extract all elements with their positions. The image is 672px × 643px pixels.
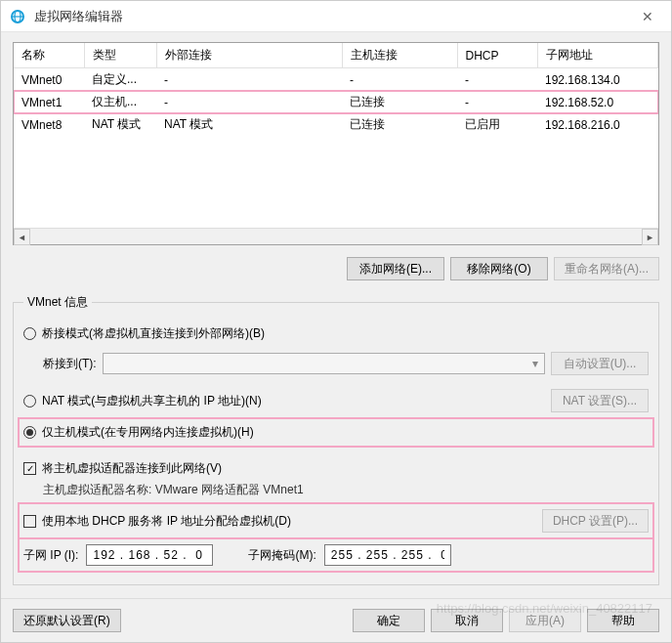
cell-ext: - [156, 91, 342, 113]
cell-ext: NAT 模式 [156, 113, 342, 136]
cell-ext: - [156, 68, 342, 92]
window: 虚拟网络编辑器 ✕ 名称 类型 外部连接 主机连接 DHCP 子网地址 VMne… [0, 0, 672, 643]
vmnet-info-fieldset: VMnet 信息 桥接模式(将虚拟机直接连接到外部网络)(B) 桥接到(T): … [13, 294, 659, 585]
rename-network-button[interactable]: 重命名网络(A)... [554, 257, 659, 280]
subnet-row: 子网 IP (I): 子网掩码(M): [20, 539, 652, 571]
cell-name: VMnet0 [14, 68, 84, 92]
fieldset-legend: VMnet 信息 [23, 294, 92, 311]
content: 名称 类型 外部连接 主机连接 DHCP 子网地址 VMnet0自定义...--… [1, 32, 671, 598]
remove-network-button[interactable]: 移除网络(O) [450, 257, 548, 280]
h-scrollbar[interactable]: ◄ ► [14, 228, 658, 244]
cell-host: - [342, 68, 457, 92]
restore-defaults-button[interactable]: 还原默认设置(R) [13, 609, 121, 632]
cell-type: NAT 模式 [84, 113, 156, 136]
table-row[interactable]: VMnet0自定义...---192.168.134.0 [14, 68, 658, 92]
subnet-ip-input[interactable] [86, 544, 213, 566]
nat-mode-label: NAT 模式(与虚拟机共享主机的 IP 地址)(N) [42, 393, 262, 409]
scroll-right-icon[interactable]: ► [642, 229, 658, 245]
hostonly-mode-label: 仅主机模式(在专用网络内连接虚拟机)(H) [42, 424, 254, 441]
adapter-name-text: 主机虚拟适配器名称: VMware 网络适配器 VMnet1 [23, 482, 649, 498]
dhcp-checkbox-label: 使用本地 DHCP 服务将 IP 地址分配给虚拟机(D) [42, 513, 291, 530]
cell-subnet: 192.168.216.0 [537, 113, 658, 136]
ok-button[interactable]: 确定 [353, 609, 425, 632]
cell-subnet: 192.168.52.0 [537, 91, 658, 113]
network-table: 名称 类型 外部连接 主机连接 DHCP 子网地址 VMnet0自定义...--… [13, 42, 659, 245]
dhcp-settings-button[interactable]: DHCP 设置(P)... [542, 509, 649, 533]
connect-host-label: 将主机虚拟适配器连接到此网络(V) [42, 460, 222, 477]
cell-type: 自定义... [84, 68, 156, 92]
cell-host: 已连接 [342, 113, 457, 136]
col-host[interactable]: 主机连接 [342, 43, 457, 68]
add-network-button[interactable]: 添加网络(E)... [347, 257, 444, 280]
col-subnet[interactable]: 子网地址 [537, 43, 658, 68]
bridge-to-label: 桥接到(T): [43, 356, 97, 372]
col-ext[interactable]: 外部连接 [156, 43, 342, 68]
app-icon [9, 8, 26, 25]
cancel-button[interactable]: 取消 [431, 609, 503, 632]
cell-name: VMnet1 [14, 91, 84, 113]
titlebar: 虚拟网络编辑器 ✕ [1, 1, 671, 32]
radio-icon [23, 395, 36, 407]
radio-icon [23, 426, 36, 439]
table-header-row: 名称 类型 外部连接 主机连接 DHCP 子网地址 [14, 43, 658, 68]
table-row[interactable]: VMnet1仅主机...-已连接-192.168.52.0 [14, 91, 658, 113]
radio-icon [23, 327, 36, 340]
bridge-mode-label: 桥接模式(将虚拟机直接连接到外部网络)(B) [42, 325, 265, 342]
cell-dhcp: 已启用 [457, 113, 537, 136]
subnet-mask-input[interactable] [324, 544, 451, 566]
table-row[interactable]: VMnet8NAT 模式NAT 模式已连接已启用192.168.216.0 [14, 113, 658, 136]
hostonly-mode-radio[interactable]: 仅主机模式(在专用网络内连接虚拟机)(H) [20, 419, 652, 446]
bottom-bar: 还原默认设置(R) 确定 取消 应用(A) 帮助 [1, 598, 671, 642]
bridge-mode-radio[interactable]: 桥接模式(将虚拟机直接连接到外部网络)(B) [23, 321, 649, 347]
cell-host: 已连接 [342, 91, 457, 113]
cell-name: VMnet8 [14, 113, 84, 136]
checkbox-icon [23, 462, 36, 475]
cell-type: 仅主机... [84, 91, 156, 113]
subnet-ip-label: 子网 IP (I): [23, 547, 78, 564]
col-dhcp[interactable]: DHCP [457, 43, 537, 68]
cell-subnet: 192.168.134.0 [537, 68, 658, 92]
help-button[interactable]: 帮助 [587, 609, 659, 632]
chevron-down-icon: ▾ [532, 357, 538, 370]
cell-dhcp: - [457, 68, 537, 92]
scroll-left-icon[interactable]: ◄ [14, 229, 30, 245]
cell-dhcp: - [457, 91, 537, 113]
subnet-mask-label: 子网掩码(M): [248, 547, 315, 564]
table-actions: 添加网络(E)... 移除网络(O) 重命名网络(A)... [13, 253, 659, 284]
bridge-to-row: 桥接到(T): ▾ 自动设置(U)... [23, 347, 649, 380]
col-type[interactable]: 类型 [84, 43, 156, 68]
connect-host-checkbox[interactable]: 将主机虚拟适配器连接到此网络(V) [23, 455, 649, 482]
close-icon[interactable]: ✕ [632, 1, 663, 32]
checkbox-icon [23, 515, 36, 528]
scroll-track[interactable] [30, 229, 642, 244]
auto-settings-button[interactable]: 自动设置(U)... [551, 352, 649, 375]
titlebar-title: 虚拟网络编辑器 [34, 8, 632, 25]
nat-settings-button[interactable]: NAT 设置(S)... [551, 389, 649, 412]
dhcp-checkbox-row[interactable]: 使用本地 DHCP 服务将 IP 地址分配给虚拟机(D) DHCP 设置(P).… [20, 504, 652, 537]
bridge-to-select[interactable]: ▾ [103, 353, 545, 374]
apply-button[interactable]: 应用(A) [509, 609, 581, 632]
col-name[interactable]: 名称 [14, 43, 84, 68]
nat-mode-radio[interactable]: NAT 模式(与虚拟机共享主机的 IP 地址)(N) NAT 设置(S)... [23, 384, 649, 417]
